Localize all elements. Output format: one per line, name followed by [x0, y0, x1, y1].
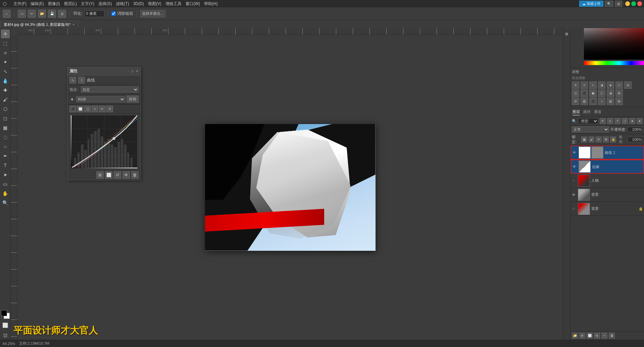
adj-invert[interactable]: ◑ — [607, 90, 614, 97]
antialias-checkbox[interactable] — [111, 11, 116, 16]
curves-graph[interactable] — [70, 115, 138, 169]
adj-gradientmap[interactable]: ▧ — [581, 98, 588, 105]
eyedropper-black-tool[interactable]: ⬛ — [69, 106, 76, 112]
document-tab[interactable]: 素材4.jpg @ 64.3% (曲线 1, 图层蒙版/8)* × — [0, 21, 78, 28]
new-group-button[interactable]: 📁 — [572, 333, 578, 339]
menu-item-dd[interactable]: 3D(D) — [133, 1, 144, 6]
dodge-tool[interactable]: ○ — [1, 142, 10, 151]
blend-mode-select[interactable]: 正常 — [572, 126, 609, 132]
menu-item-s[interactable]: 选择(S) — [98, 1, 112, 7]
close-button[interactable] — [637, 1, 642, 6]
healing-tool[interactable]: ✚ — [1, 86, 10, 95]
preset-select[interactable]: 自定 — [81, 86, 139, 93]
adj-patternfill[interactable]: ⊞ — [615, 98, 623, 105]
auto-button[interactable]: 自动 — [127, 96, 139, 103]
adj-selectivecolor[interactable]: ⬛ — [589, 98, 597, 105]
selection-tool[interactable]: ⬚ — [1, 39, 10, 48]
type-tool[interactable]: T — [1, 161, 10, 170]
pen-tool[interactable]: ✒ — [1, 152, 10, 160]
menu-item-[interactable]: 增效工具 — [165, 1, 182, 7]
adj-threshold[interactable]: ⊟ — [572, 98, 579, 105]
magic-wand-tool[interactable]: ✦ — [1, 58, 10, 66]
color-spectrum[interactable] — [584, 61, 644, 65]
props-close-icon[interactable]: ✕ — [136, 69, 139, 73]
lock-transparent[interactable]: ▦ — [581, 136, 587, 142]
props-reset-btn[interactable]: ↺ — [114, 171, 121, 179]
layers-tab-通道[interactable]: 通道 — [594, 109, 601, 115]
pencil-tool-btn[interactable]: ✏ — [99, 106, 106, 112]
eyedropper-gray-tool[interactable]: ⬜ — [77, 106, 84, 112]
adj-bw[interactable]: ◫ — [572, 90, 579, 97]
layer-item-curves1[interactable]: 👁 曲线 1 — [571, 146, 644, 160]
adj-posterize[interactable]: ⊞ — [615, 90, 623, 97]
adj-gradientfill[interactable]: ▤ — [607, 98, 614, 105]
strip-icon-4[interactable]: ⊞ — [564, 31, 570, 37]
menu-item-e[interactable]: 编辑(E) — [31, 1, 44, 7]
eyedropper-tool[interactable]: 💧 — [1, 76, 10, 85]
props-trash-btn[interactable]: 🗑 — [131, 171, 139, 179]
lock-move[interactable]: ✛ — [596, 136, 602, 142]
new-adjustment-button[interactable]: ⊕ — [579, 333, 585, 339]
eyedropper-white-tool[interactable]: ◻ — [84, 106, 91, 112]
zoom-tool[interactable]: 🔍 — [1, 198, 10, 207]
adj-hsl[interactable]: ⬡ — [615, 81, 623, 89]
menu-item-t[interactable]: 滤镜(T) — [116, 1, 129, 7]
gradient-tool[interactable]: ▦ — [1, 123, 10, 132]
layer-visibility-bg1[interactable]: 👁 — [572, 193, 577, 197]
layers-filter-toggle[interactable]: ● — [637, 118, 643, 124]
lock-artboard[interactable]: ⊞ — [603, 136, 609, 142]
menu-item-w[interactable]: 窗口(W) — [186, 1, 200, 7]
lock-paint[interactable]: 🖌 — [589, 136, 595, 142]
menu-item-v[interactable]: 视图(V) — [148, 1, 161, 7]
adj-colorbalance[interactable]: ⚖ — [624, 81, 632, 89]
layers-tab-路径[interactable]: 路径 — [583, 109, 591, 115]
shape-tool[interactable]: ▭ — [1, 180, 10, 188]
menu-item-l[interactable]: 图层(L) — [64, 1, 77, 7]
move-tool[interactable]: ✛ — [1, 30, 10, 38]
menu-item-i[interactable]: 图像(I) — [48, 1, 60, 7]
eraser-tool[interactable]: ◻ — [1, 114, 10, 123]
select-mask-button[interactable]: 选择并遮住... — [140, 10, 165, 17]
props-new-layer-btn[interactable]: ⊞ — [96, 171, 104, 179]
layer-visibility-curves1[interactable]: 👁 — [573, 151, 577, 155]
adj-channelmix[interactable]: ▣ — [589, 90, 597, 97]
open-button[interactable]: 📂 — [38, 10, 46, 18]
layers-filter-smart[interactable]: ★ — [629, 118, 635, 124]
crop-tool[interactable]: ⤡ — [1, 67, 10, 76]
adj-brightness[interactable]: ☀ — [572, 81, 579, 89]
add-mask-button[interactable]: ⬜ — [587, 333, 593, 339]
brush-tool[interactable]: 🖌 — [1, 95, 10, 104]
adj-curves[interactable]: ∿ — [589, 81, 597, 89]
history-button[interactable]: ↩ — [28, 10, 36, 18]
layers-filter-shape[interactable]: ⬡ — [622, 118, 628, 124]
adj-vibrance[interactable]: ◈ — [607, 81, 614, 89]
hand-tool[interactable]: ✋ — [1, 189, 10, 198]
layer-item-bg2[interactable]: 👁 背景 🔒 — [571, 202, 644, 216]
curves-input-slider[interactable] — [71, 168, 137, 169]
adj-photofilter[interactable]: ⬛ — [581, 90, 588, 97]
search-button[interactable]: 🔍 — [605, 1, 613, 7]
layer-visibility-person[interactable]: 👁 — [572, 179, 577, 183]
blur-tool[interactable]: ◌ — [1, 133, 10, 141]
layer-visibility-edge[interactable]: 👁 — [573, 165, 577, 169]
save-button[interactable]: 💾 — [48, 10, 56, 18]
layers-filter-pixel[interactable]: P — [600, 118, 606, 124]
props-collapse-icon[interactable]: – — [127, 69, 129, 73]
minimize-button[interactable] — [625, 1, 630, 6]
channel-select[interactable]: RGB — [76, 96, 125, 102]
props-btn-curves[interactable]: ⌇ — [78, 77, 85, 83]
layer-visibility-bg2[interactable]: 👁 — [572, 207, 577, 211]
curve-tool-btn[interactable]: ∿ — [92, 106, 98, 112]
layer-item-bg1[interactable]: 👁 背景 — [571, 188, 644, 202]
layers-tab-图层[interactable]: 图层 — [573, 109, 580, 115]
menu-item-y[interactable]: 文字(Y) — [81, 1, 94, 7]
props-eye-btn[interactable]: 👁 — [122, 171, 130, 179]
lock-all[interactable]: 🔒 — [610, 136, 616, 142]
layer-item-person[interactable]: 👁 人物 — [571, 174, 644, 188]
maximize-button[interactable] — [631, 1, 636, 6]
layer-item-edge[interactable]: 👁 边缘 — [571, 160, 644, 174]
opacity-input[interactable] — [628, 127, 643, 132]
cloud-upload-button[interactable]: ☁ 隐援上传 — [579, 1, 603, 7]
reset-tool-btn[interactable]: ↺ — [106, 106, 113, 112]
adj-levels[interactable]: ≡ — [581, 81, 588, 89]
